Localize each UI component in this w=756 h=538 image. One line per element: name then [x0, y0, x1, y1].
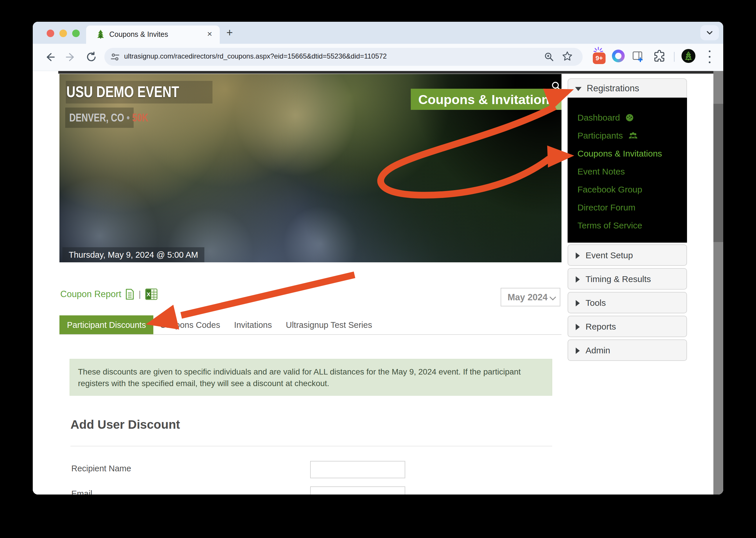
menu-item-facebook-group[interactable]: Facebook Group — [567, 181, 687, 198]
tabs-divider — [59, 334, 562, 335]
page-content: USU DEMO EVENT DENVER, CO • 50K Coupons … — [33, 71, 723, 495]
browser-menu-icon[interactable] — [709, 50, 711, 63]
zoom-icon[interactable] — [544, 52, 554, 62]
event-subtitle-box: DENVER, CO • 50K — [65, 108, 134, 128]
discount-notice: These discounts are given to specific in… — [70, 359, 552, 396]
sidebar-section-registrations[interactable]: Registrations — [567, 78, 687, 98]
menu-item-terms-of-service[interactable]: Terms of Service — [567, 217, 687, 235]
caret-right-icon — [576, 300, 580, 306]
tab-title: Coupons & Invites — [109, 30, 168, 38]
coupon-report-link[interactable]: Coupon Report — [60, 289, 121, 299]
site-header-strip — [58, 71, 713, 74]
coupon-report-row: Coupon Report | X — [60, 288, 158, 300]
tab-ultrasignup-test-series[interactable]: Ultrasignup Test Series — [286, 320, 372, 330]
back-icon[interactable] — [44, 51, 55, 63]
site-settings-icon[interactable] — [110, 52, 120, 62]
sidebar-section-timing-results[interactable]: Timing & Results — [567, 268, 687, 290]
tab-close-icon[interactable]: × — [207, 29, 212, 39]
tab-participant-discounts[interactable]: Participant Discounts — [59, 315, 153, 335]
event-title: USU DEMO EVENT — [66, 82, 179, 101]
browser-toolbar: ultrasignup.com/racedirectors/rd_coupons… — [33, 44, 723, 71]
recipient-name-input[interactable] — [310, 461, 405, 478]
page-banner: Coupons & Invitations — [411, 89, 562, 110]
caret-right-icon — [576, 348, 580, 354]
window-minimize-button[interactable] — [59, 29, 67, 37]
recipient-name-label: Recipient Name — [71, 464, 131, 473]
straight-annotation-arrow-shaft — [181, 275, 354, 315]
new-window-icon[interactable] — [632, 50, 644, 62]
chevron-down-icon — [706, 29, 714, 36]
copilot-icon[interactable] — [612, 50, 625, 62]
page-scrollbar-track[interactable] — [713, 71, 723, 495]
new-tab-button[interactable]: + — [226, 27, 233, 38]
caret-right-icon — [576, 252, 580, 259]
event-distance: 50K — [132, 112, 148, 124]
document-icon[interactable] — [125, 289, 135, 300]
sidebar-section-event-setup[interactable]: Event Setup — [567, 244, 687, 266]
excel-export-icon[interactable]: X — [145, 288, 158, 300]
sidebar-section-tools[interactable]: Tools — [567, 292, 687, 313]
extensions-icon[interactable] — [653, 50, 666, 62]
email-input[interactable] — [310, 486, 405, 495]
form-divider — [71, 446, 552, 447]
menu-item-participants[interactable]: Participants — [567, 127, 687, 145]
sidebar-section-reports[interactable]: Reports — [567, 316, 687, 337]
ultrasignup-tree-favicon — [96, 29, 105, 39]
forward-icon[interactable] — [65, 51, 77, 63]
menu-item-coupons-invitations[interactable]: Coupons & Invitations — [567, 145, 687, 163]
menu-item-dashboard[interactable]: Dashboard — [567, 109, 687, 127]
coupon-tabs: Participant Discounts Coupons Codes Invi… — [59, 315, 386, 335]
event-hero-image: USU DEMO EVENT DENVER, CO • 50K Coupons … — [59, 74, 562, 262]
page-banner-label: Coupons & Invitations — [418, 92, 557, 107]
address-bar[interactable]: ultrasignup.com/racedirectors/rd_coupons… — [104, 48, 583, 66]
svg-text:X: X — [147, 291, 150, 297]
caret-right-icon — [576, 324, 580, 330]
window-close-button[interactable] — [47, 29, 54, 37]
reload-icon[interactable] — [85, 51, 97, 63]
registrations-menu: Dashboard Participants Coupons & — [567, 98, 687, 242]
page-scrollbar-thumb[interactable] — [713, 104, 723, 242]
email-label: Email — [71, 489, 92, 495]
browser-window: Coupons & Invites × + — [33, 22, 723, 495]
sidebar-section-admin[interactable]: Admin — [567, 340, 687, 361]
tab-invitations[interactable]: Invitations — [234, 320, 272, 330]
window-zoom-button[interactable] — [72, 29, 80, 37]
month-selector-dropdown[interactable]: May 2024 — [501, 288, 560, 306]
event-date: Thursday, May 9, 2024 @ 5:00 AM — [62, 247, 204, 262]
menu-item-director-forum[interactable]: Director Forum — [567, 198, 687, 217]
chevron-down-icon — [550, 294, 556, 300]
bookmark-star-icon[interactable] — [562, 51, 573, 62]
sidebar: Registrations Dashboard Participants — [567, 78, 687, 361]
tab-coupons-codes[interactable]: Coupons Codes — [160, 320, 220, 330]
tab-strip: Coupons & Invites × + — [33, 22, 723, 44]
users-group-icon — [628, 131, 638, 140]
separator: | — [138, 289, 141, 299]
browser-tab[interactable]: Coupons & Invites × — [86, 26, 220, 44]
tab-search-chevron-button[interactable] — [700, 25, 719, 40]
extension-notification-icon[interactable]: 9+ — [590, 47, 607, 65]
ultrasignup-tree-logo — [684, 51, 693, 61]
event-title-box: USU DEMO EVENT — [66, 81, 212, 103]
caret-down-icon — [575, 87, 581, 91]
dashboard-gauge-icon — [625, 113, 634, 122]
profile-avatar[interactable] — [681, 49, 695, 63]
event-location: DENVER, CO — [69, 112, 124, 124]
add-user-discount-heading: Add User Discount — [71, 418, 180, 432]
toolbar-divider — [674, 52, 675, 62]
menu-item-event-notes[interactable]: Event Notes — [567, 163, 687, 181]
extension-badge-count: 9+ — [593, 52, 606, 64]
url-text: ultrasignup.com/racedirectors/rd_coupons… — [124, 52, 387, 60]
caret-right-icon — [576, 276, 580, 283]
